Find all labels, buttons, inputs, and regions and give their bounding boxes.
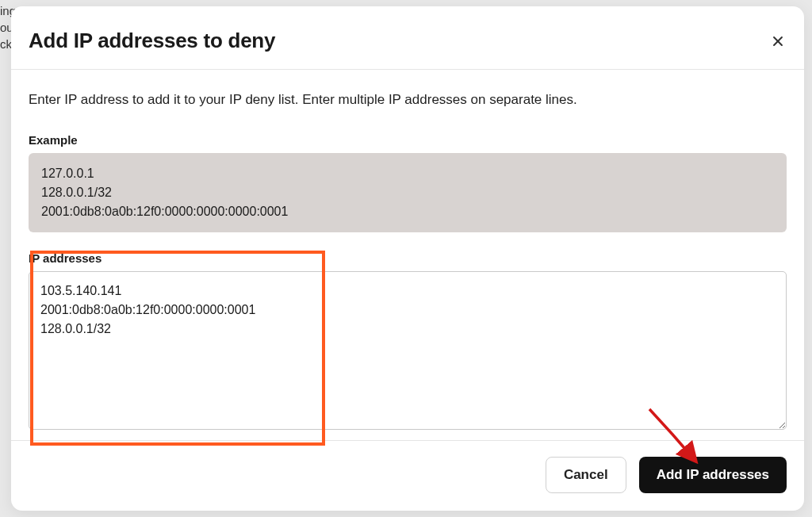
close-icon[interactable] [771, 34, 785, 48]
add-ip-deny-modal: Add IP addresses to deny Enter IP addres… [11, 6, 804, 511]
ip-textarea-container [29, 271, 787, 433]
example-label: Example [29, 133, 787, 147]
ip-addresses-input[interactable] [29, 271, 787, 430]
ip-addresses-label: IP addresses [29, 251, 787, 265]
add-ip-addresses-button[interactable]: Add IP addresses [639, 457, 787, 493]
cancel-button[interactable]: Cancel [546, 457, 626, 493]
modal-footer: Cancel Add IP addresses [11, 440, 804, 511]
modal-header: Add IP addresses to deny [11, 6, 804, 70]
modal-body: Enter IP address to add it to your IP de… [11, 70, 804, 440]
modal-title: Add IP addresses to deny [29, 29, 275, 53]
instruction-text: Enter IP address to add it to your IP de… [29, 92, 787, 108]
example-box: 127.0.0.1 128.0.0.1/32 2001:0db8:0a0b:12… [29, 153, 787, 232]
